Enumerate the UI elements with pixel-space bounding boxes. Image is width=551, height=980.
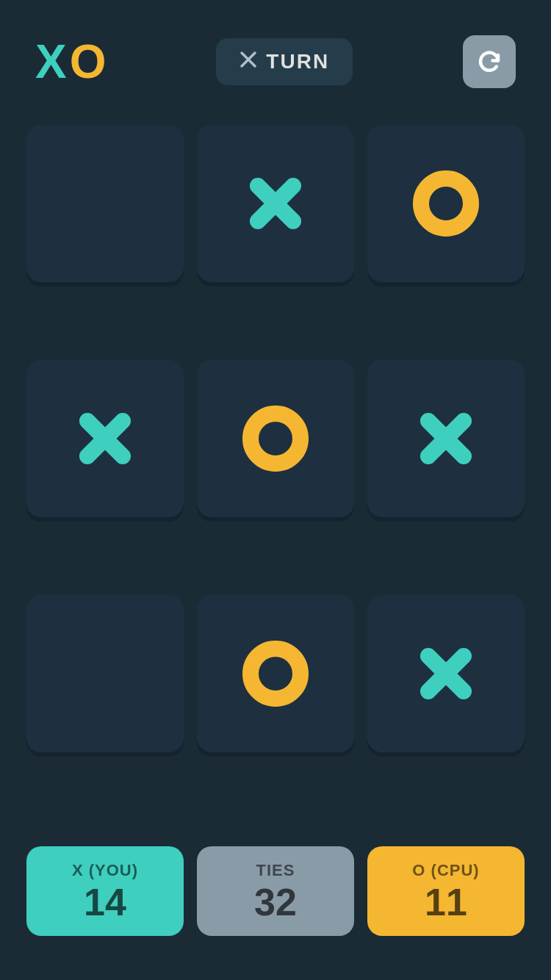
ties-score-value: 32 (254, 883, 297, 921)
x-score-label: X (YOU) (72, 861, 138, 880)
x-mark (413, 641, 479, 707)
o-score-card: O (CPU) 11 (367, 846, 525, 936)
cell-2[interactable] (367, 125, 525, 282)
cell-3[interactable] (26, 360, 184, 517)
o-mark (242, 406, 309, 472)
o-mark (242, 641, 309, 707)
scoreboard: X (YOU) 14 TIES 32 O (CPU) 11 (0, 839, 551, 980)
o-score-value: 11 (425, 883, 467, 921)
ties-score-card: TIES 32 (197, 846, 354, 936)
game-board (0, 103, 551, 839)
x-mark (413, 406, 479, 472)
x-mark (242, 170, 309, 237)
header: X O TURN (0, 0, 551, 103)
cell-8[interactable] (367, 595, 525, 752)
o-mark (413, 170, 479, 237)
x-mark (72, 406, 138, 472)
cell-5[interactable] (367, 360, 525, 517)
turn-label: TURN (266, 50, 329, 73)
o-score-label: O (CPU) (412, 861, 479, 880)
x-score-card: X (YOU) 14 (26, 846, 184, 936)
cell-4[interactable] (197, 360, 354, 517)
reset-icon (476, 48, 503, 75)
cell-1[interactable] (197, 125, 354, 282)
x-score-value: 14 (84, 883, 126, 921)
logo-x: X (35, 38, 67, 85)
cell-6[interactable] (26, 595, 184, 752)
turn-indicator: TURN (216, 38, 353, 85)
cell-0[interactable] (26, 125, 184, 282)
cell-7[interactable] (197, 595, 354, 752)
turn-x-icon (240, 50, 257, 73)
ties-score-label: TIES (256, 861, 295, 880)
reset-button[interactable] (463, 35, 516, 88)
logo: X O (35, 38, 106, 85)
logo-o: O (70, 38, 107, 85)
